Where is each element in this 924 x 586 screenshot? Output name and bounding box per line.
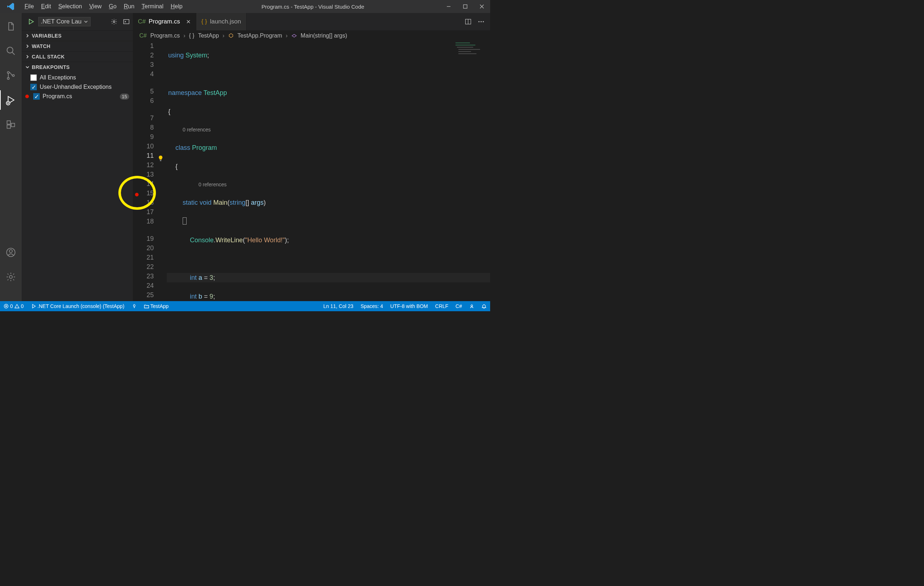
section-variables[interactable]: VARIABLES (21, 30, 133, 41)
chevron-down-icon (25, 65, 30, 69)
svg-point-15 (478, 21, 479, 22)
start-debug-button[interactable] (27, 18, 35, 25)
svg-rect-21 (455, 45, 475, 46)
checkbox-checked[interactable]: ✓ (33, 93, 40, 100)
status-encoding[interactable]: UTF-8 with BOM (386, 301, 431, 311)
menu-bar: File Edit Selection View Go Run Terminal… (21, 2, 185, 11)
svg-rect-6 (7, 121, 10, 124)
lightbulb-icon[interactable] (158, 155, 163, 162)
extensions-icon[interactable] (0, 115, 21, 134)
breakpoint-all-exceptions[interactable]: All Exceptions (21, 73, 133, 83)
breadcrumb-item[interactable]: TestApp.Program (238, 33, 282, 39)
editor-area: C# Program.cs { } launch.json C# Program… (133, 13, 490, 301)
tab-label: Program.cs (149, 18, 180, 25)
bp-label: All Exceptions (40, 74, 76, 81)
svg-rect-13 (124, 20, 129, 24)
code-content[interactable]: using System; namespace TestApp { 0 refe… (167, 41, 490, 301)
debug-config-label: .NET Core Lau (41, 18, 82, 25)
run-debug-icon[interactable] (0, 90, 21, 110)
source-control-icon[interactable] (0, 66, 21, 85)
debug-sidebar: .NET Core Lau VARIABLES WATCH CALL (21, 13, 133, 301)
breadcrumb-item[interactable]: Program.cs (150, 33, 180, 39)
callstack-label: CALL STACK (32, 54, 64, 59)
tab-label: launch.json (210, 18, 241, 25)
tab-launch-json[interactable]: { } launch.json (196, 13, 246, 30)
explorer-icon[interactable] (0, 17, 21, 36)
svg-point-17 (483, 21, 483, 22)
menu-edit[interactable]: Edit (38, 2, 54, 11)
search-icon[interactable] (0, 41, 21, 61)
status-notifications-icon[interactable] (478, 301, 490, 311)
menu-help[interactable]: Help (168, 2, 185, 11)
status-eol[interactable]: CRLF (432, 301, 452, 311)
status-language[interactable]: C# (452, 301, 465, 311)
svg-point-11 (9, 276, 12, 278)
section-watch[interactable]: WATCH (21, 41, 133, 51)
close-window-button[interactable] (474, 0, 490, 13)
checkbox-checked[interactable]: ✓ (30, 84, 37, 90)
menu-terminal[interactable]: Terminal (139, 2, 166, 11)
maximize-button[interactable] (457, 0, 474, 13)
json-file-icon: { } (201, 18, 207, 25)
menu-file[interactable]: File (21, 2, 37, 11)
menu-go[interactable]: Go (106, 2, 119, 11)
section-breakpoints: BREAKPOINTS All Exceptions ✓ User-Unhand… (21, 62, 133, 103)
accounts-icon[interactable] (0, 243, 21, 262)
code-editor[interactable]: 1234 56 789101112131415161718 1920212223… (133, 41, 490, 301)
svg-rect-0 (464, 5, 467, 8)
gear-icon[interactable] (111, 18, 118, 25)
breakpoint-dot-icon[interactable] (135, 193, 139, 196)
tab-close-button[interactable] (186, 19, 191, 24)
section-callstack[interactable]: CALL STACK (21, 51, 133, 62)
breakpoints-label: BREAKPOINTS (32, 64, 70, 70)
editor-actions (459, 13, 490, 30)
status-problems[interactable]: 0 0 (0, 301, 27, 311)
status-hot-reload-icon[interactable] (128, 301, 140, 311)
menu-view[interactable]: View (86, 2, 104, 11)
breakpoint-gutter[interactable] (133, 41, 142, 301)
breakpoint-user-unhandled[interactable]: ✓ User-Unhandled Exceptions (21, 83, 133, 92)
chevron-right-icon (25, 54, 30, 59)
status-indentation[interactable]: Spaces: 4 (357, 301, 386, 311)
breadcrumb-item[interactable]: TestApp (198, 33, 219, 39)
svg-point-16 (480, 21, 482, 22)
menu-selection[interactable]: Selection (55, 2, 85, 11)
csharp-file-icon: C# (138, 18, 146, 25)
minimap[interactable] (454, 41, 490, 70)
line-numbers: 1234 56 789101112131415161718 1920212223… (142, 41, 156, 301)
debug-config-dropdown[interactable]: .NET Core Lau (38, 17, 91, 26)
split-editor-icon[interactable] (465, 18, 471, 25)
svg-rect-8 (11, 124, 15, 127)
breakpoint-file-row[interactable]: ✓ Program.cs 15 (21, 92, 133, 101)
svg-rect-23 (459, 49, 480, 50)
more-actions-icon[interactable] (478, 21, 484, 23)
svg-rect-19 (454, 41, 490, 70)
bp-label: User-Unhandled Exceptions (40, 84, 112, 90)
debug-console-icon[interactable] (123, 18, 130, 25)
status-feedback-icon[interactable] (465, 301, 478, 311)
status-folder[interactable]: TestApp (140, 301, 173, 311)
bp-line-badge: 15 (120, 94, 129, 100)
vscode-logo-icon (0, 2, 21, 11)
chevron-right-icon (25, 44, 30, 48)
codelens[interactable]: 0 references (167, 180, 490, 188)
watch-label: WATCH (32, 43, 51, 49)
minimize-button[interactable] (441, 0, 457, 13)
breadcrumb-item[interactable]: Main(string[] args) (301, 33, 347, 39)
breakpoints-header[interactable]: BREAKPOINTS (21, 62, 133, 72)
checkbox-unchecked[interactable] (30, 74, 37, 81)
svg-rect-24 (459, 51, 471, 52)
menu-run[interactable]: Run (121, 2, 137, 11)
tab-program-cs[interactable]: C# Program.cs (133, 13, 196, 30)
status-debug-launch[interactable]: .NET Core Launch (console) (TestApp) (27, 301, 128, 311)
status-cursor-position[interactable]: Ln 11, Col 23 (320, 301, 357, 311)
settings-gear-icon[interactable] (0, 267, 21, 287)
svg-rect-18 (160, 160, 161, 161)
svg-rect-7 (7, 125, 10, 128)
breadcrumb[interactable]: C# Program.cs › { } TestApp › TestApp.Pr… (133, 30, 490, 41)
codelens[interactable]: 0 references (167, 125, 490, 134)
bp-file-label: Program.cs (43, 93, 72, 100)
debug-toolbar: .NET Core Lau (21, 13, 133, 30)
method-icon (291, 33, 297, 39)
svg-point-27 (471, 305, 473, 307)
